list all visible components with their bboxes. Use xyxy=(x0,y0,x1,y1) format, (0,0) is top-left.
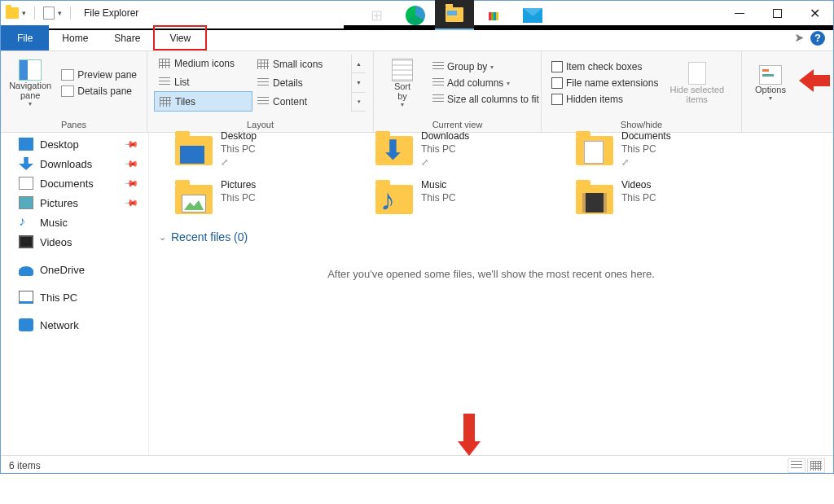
tab-share[interactable]: Share xyxy=(101,25,153,50)
layout-content[interactable]: Content xyxy=(252,93,351,112)
taskbar-store[interactable] xyxy=(474,0,513,30)
videos-icon xyxy=(19,235,33,248)
mail-icon xyxy=(523,8,542,23)
tab-view[interactable]: View xyxy=(153,25,207,50)
hide-selected-items-button[interactable]: Hide selected items xyxy=(666,55,727,112)
options-icon xyxy=(759,65,782,85)
app-icon xyxy=(6,7,19,19)
qat-dropdown-icon[interactable]: ▾ xyxy=(58,9,62,17)
sort-by-button[interactable]: Sort by ▾ xyxy=(380,55,424,112)
help-icon[interactable]: ? xyxy=(810,31,825,46)
details-pane-icon xyxy=(61,85,74,97)
layout-more[interactable]: ▾ xyxy=(352,93,366,112)
ribbon: Navigation pane ▾ Preview pane Details p… xyxy=(1,51,833,133)
nav-downloads[interactable]: Downloads📌 xyxy=(1,154,148,173)
sort-icon xyxy=(392,59,413,81)
options-button[interactable]: Options ▾ xyxy=(748,55,792,112)
size-columns-icon xyxy=(432,94,444,104)
taskbar-edge[interactable] xyxy=(396,0,435,30)
medium-icons-icon xyxy=(159,59,170,68)
tile-music[interactable]: ♪ MusicThis PC xyxy=(375,178,563,214)
layout-scroll-up[interactable]: ▲ xyxy=(352,55,366,73)
tile-downloads[interactable]: ⬇ DownloadsThis PC⤢ xyxy=(375,129,563,169)
details-icon xyxy=(257,78,269,88)
nav-onedrive[interactable]: OneDrive xyxy=(1,260,148,279)
file-explorer-icon xyxy=(446,7,463,22)
tab-home[interactable]: Home xyxy=(49,25,101,50)
pin-icon: 📌 xyxy=(123,156,138,171)
qat-properties-icon[interactable] xyxy=(43,7,55,20)
nav-videos[interactable]: Videos xyxy=(1,232,148,252)
taskbar-file-explorer[interactable] xyxy=(435,0,474,30)
minimize-button[interactable] xyxy=(721,1,758,25)
small-icons-icon xyxy=(257,59,269,69)
nav-desktop[interactable]: Desktop📌 xyxy=(1,134,148,154)
close-button[interactable]: ✕ xyxy=(796,1,833,25)
main-pane[interactable]: DesktopThis PC⤢ ⬇ DownloadsThis PC⤢ Docu… xyxy=(149,133,833,455)
group-by-icon xyxy=(432,62,444,72)
task-view-icon: ⊞ xyxy=(371,7,383,24)
annotation-arrow-options xyxy=(799,69,830,92)
pin-icon: 📌 xyxy=(123,195,138,210)
nav-pictures[interactable]: Pictures📌 xyxy=(1,193,148,213)
navigation-pane-icon xyxy=(19,59,42,81)
tile-desktop[interactable]: DesktopThis PC⤢ xyxy=(175,129,362,169)
maximize-button[interactable] xyxy=(758,1,796,25)
navigation-tree[interactable]: Desktop📌 Downloads📌 Documents📌 Pictures📌… xyxy=(1,133,149,455)
size-all-columns-button[interactable]: Size all columns to fit xyxy=(429,91,542,107)
grid-view-icon xyxy=(810,461,822,471)
pin-icon: 📌 xyxy=(123,136,138,151)
hide-selected-icon xyxy=(688,62,706,85)
details-pane-button[interactable]: Details pane xyxy=(58,83,140,99)
checkbox-icon xyxy=(551,77,563,89)
chevron-down-icon: ⌄ xyxy=(159,232,166,243)
ribbon-collapse-icon[interactable]: ⮞ xyxy=(795,33,804,43)
annotation-arrow-taskbar xyxy=(458,414,481,456)
onedrive-icon xyxy=(19,266,33,276)
tab-file[interactable]: File xyxy=(1,25,49,50)
layout-small-icons[interactable]: Small icons xyxy=(252,55,351,73)
layout-gallery[interactable]: Medium icons List Tiles Small icons Deta… xyxy=(154,55,366,112)
pin-icon: 📌 xyxy=(123,175,138,191)
checkbox-icon xyxy=(551,61,563,72)
checkbox-icon xyxy=(551,94,563,105)
status-bar: 6 items xyxy=(1,455,833,475)
layout-list[interactable]: List xyxy=(154,73,252,92)
view-tiles-button[interactable] xyxy=(807,458,825,473)
add-columns-icon xyxy=(432,78,444,88)
preview-pane-icon xyxy=(61,69,74,81)
tile-documents[interactable]: DocumentsThis PC⤢ xyxy=(576,129,763,169)
navigation-pane-button[interactable]: Navigation pane ▾ xyxy=(7,55,53,112)
taskbar-mail[interactable] xyxy=(513,0,552,30)
add-columns-button[interactable]: Add columns ▾ xyxy=(429,75,542,91)
store-icon xyxy=(485,7,503,24)
recent-files-header[interactable]: ⌄ Recent files (0) xyxy=(156,224,827,247)
group-by-button[interactable]: Group by ▾ xyxy=(429,59,542,75)
layout-tiles[interactable]: Tiles xyxy=(154,91,252,112)
nav-network[interactable]: Network xyxy=(1,315,148,335)
nav-this-pc[interactable]: This PC xyxy=(1,287,148,307)
hidden-items-toggle[interactable]: Hidden items xyxy=(548,91,661,107)
pictures-icon xyxy=(19,196,33,209)
list-view-icon xyxy=(791,461,802,471)
qat-chevron-icon[interactable]: ▾ xyxy=(22,9,26,17)
downloads-icon xyxy=(19,157,33,170)
edge-icon xyxy=(406,6,425,25)
view-details-button[interactable] xyxy=(788,458,805,473)
layout-details[interactable]: Details xyxy=(252,73,351,92)
nav-music[interactable]: ♪Music xyxy=(1,213,148,232)
file-name-extensions-toggle[interactable]: File name extensions xyxy=(548,75,661,91)
this-pc-icon xyxy=(19,291,33,304)
nav-documents[interactable]: Documents📌 xyxy=(1,173,148,193)
task-view-button[interactable]: ⊞ xyxy=(357,0,396,30)
preview-pane-button[interactable]: Preview pane xyxy=(58,67,140,83)
list-icon xyxy=(159,77,170,87)
tile-videos[interactable]: VideosThis PC xyxy=(576,178,763,214)
tile-pictures[interactable]: PicturesThis PC xyxy=(175,178,362,214)
item-check-boxes-toggle[interactable]: Item check boxes xyxy=(548,59,661,75)
music-icon: ♪ xyxy=(19,216,33,229)
layout-scroll-down[interactable]: ▼ xyxy=(352,73,366,92)
network-icon xyxy=(19,318,33,331)
tiles-icon xyxy=(160,97,171,107)
layout-medium-icons[interactable]: Medium icons xyxy=(154,55,252,73)
